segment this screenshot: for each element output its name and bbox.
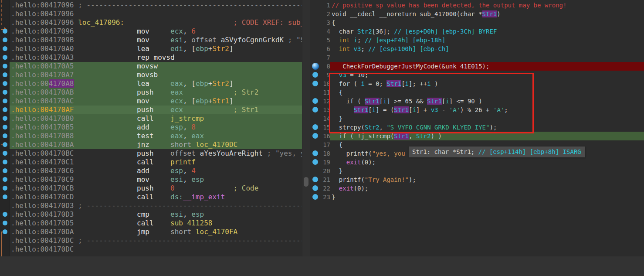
pseudocode-line[interactable]: 20 } — [310, 167, 644, 175]
disasm-line[interactable]: .hello:00417096 mov ecx, 6 — [10, 27, 302, 36]
pseudocode-line[interactable]: 21 printf("Try Again!"); — [310, 175, 644, 184]
disassembly-pane[interactable]: .hello:00417096 ; ----------------------… — [0, 0, 302, 256]
vertical-scrollbar[interactable] — [302, 0, 310, 276]
disasm-line[interactable]: .hello:004170B0 call j_strcmp — [10, 114, 302, 123]
pseudocode-line[interactable]: 4 char Str2[36]; // [esp+D0h] [ebp-3Ch] … — [310, 27, 644, 36]
breakpoint-dot[interactable] — [312, 177, 318, 182]
code-token: , — [183, 132, 191, 140]
disasm-line[interactable]: .hello:004170A7 movsb — [10, 71, 302, 79]
disasm-line[interactable]: .hello:004170AC mov ecx, [ebp+Str1] — [10, 97, 302, 106]
pseudocode-pane[interactable]: 1// positive sp value has been detected,… — [310, 0, 644, 256]
breakpoint-dot[interactable] — [312, 185, 318, 191]
breakpoint-dot[interactable] — [312, 194, 318, 200]
pseudocode-line[interactable]: 14 } — [310, 114, 644, 123]
breakpoint-dot[interactable] — [3, 81, 7, 86]
disasm-line[interactable]: .hello:004170D3 cmp esi, esp — [10, 210, 302, 219]
disasm-line[interactable]: .hello:004170D3 ; ----------------------… — [10, 201, 302, 210]
pseudocode-line[interactable]: 7 — [310, 53, 644, 62]
disasm-line[interactable]: .hello:00417096 loc_417096: ; CODE XREF:… — [10, 18, 302, 27]
pseudocode-line[interactable]: 1// positive sp value has been detected,… — [310, 1, 644, 10]
disasm-line[interactable]: .hello:004170C9 mov esi, esp — [10, 175, 302, 184]
disasm-line[interactable]: .hello:004170CD call ds:__imp_exit — [10, 193, 302, 201]
disasm-line[interactable]: .hello:004170AF push ecx ; Str1 — [10, 106, 302, 114]
pseudocode-line[interactable]: 8 _CheckForDebuggerJustMyCode(&unk_41E01… — [310, 62, 644, 71]
pseudocode-line[interactable]: 15 strcpy(Str2, "S_VYFO_CGNN_GRKD_KLYED_… — [310, 123, 644, 132]
code-token: lea — [137, 44, 149, 53]
pseudocode-line[interactable]: 16 if ( !j_strcmp(Str1, Str2) ) — [310, 132, 644, 140]
code-token: mov — [137, 175, 149, 184]
code-token: } — [332, 194, 335, 201]
pseudocode-line[interactable]: 13 Str1[i] = (Str1[i] + v3 - 'A') % 26 +… — [310, 106, 644, 114]
code-token: call — [137, 193, 154, 201]
pseudocode-line[interactable]: 5 int i; // [esp+F4h] [ebp-18h] — [310, 36, 644, 44]
breakpoint-dot[interactable] — [312, 133, 318, 139]
pseudocode-line[interactable]: 6 int v3; // [esp+100h] [ebp-Ch] — [310, 44, 644, 53]
breakpoint-dot[interactable] — [312, 159, 318, 165]
breakpoint-dot[interactable] — [312, 81, 318, 86]
disasm-line[interactable]: .hello:004170DC — [10, 245, 302, 254]
current-line-marker[interactable] — [312, 63, 319, 70]
breakpoint-gutter[interactable] — [0, 0, 10, 256]
breakpoint-dot[interactable] — [3, 29, 7, 34]
breakpoint-dot[interactable] — [3, 186, 7, 191]
pseudocode-line[interactable]: 23} — [310, 193, 644, 201]
breakpoint-dot[interactable] — [312, 124, 318, 130]
pseudocode-line[interactable]: 9 v3 = 10; — [310, 71, 644, 79]
breakpoint-dot[interactable] — [3, 46, 7, 51]
disasm-line[interactable]: .hello:004170B5 add esp, 8 — [10, 123, 302, 132]
breakpoint-dot[interactable] — [3, 151, 7, 156]
disasm-line[interactable]: .hello:0041709B mov esi, offset aSVyfoCg… — [10, 36, 302, 44]
breakpoint-dot[interactable] — [312, 150, 318, 156]
breakpoint-dot[interactable] — [3, 160, 7, 164]
pseudocode-line[interactable]: 11 { — [310, 88, 644, 97]
breakpoint-dot[interactable] — [3, 99, 7, 103]
line-number: 3 — [310, 18, 330, 27]
breakpoint-dot[interactable] — [3, 37, 7, 42]
disasm-line[interactable]: .hello:004170CB push 0 ; Code — [10, 184, 302, 193]
breakpoint-dot[interactable] — [3, 177, 7, 182]
breakpoint-dot[interactable] — [312, 72, 318, 78]
breakpoint-dot[interactable] — [3, 64, 7, 68]
breakpoint-dot[interactable] — [3, 221, 7, 225]
disasm-line[interactable]: .hello:004170A3 rep movsd — [10, 53, 302, 62]
breakpoint-dot[interactable] — [3, 133, 7, 138]
pseudocode-line[interactable]: 3{ — [310, 18, 644, 27]
breakpoint-dot[interactable] — [3, 212, 7, 217]
breakpoint-dot[interactable] — [3, 107, 7, 112]
code-token: "Try Again!" — [365, 176, 409, 183]
breakpoint-dot[interactable] — [312, 98, 318, 104]
breakpoint-dot[interactable] — [3, 72, 7, 77]
breakpoint-dot[interactable] — [3, 55, 7, 60]
code-token: mov — [137, 27, 149, 35]
pseudocode-line[interactable]: 2void __cdecl __noreturn sub_417000(char… — [310, 10, 644, 18]
code-token: [ — [380, 98, 383, 105]
breakpoint-dot[interactable] — [3, 142, 7, 147]
disasm-line[interactable]: .hello:004170C6 add esp, 4 — [10, 167, 302, 175]
breakpoint-dot[interactable] — [3, 90, 7, 95]
breakpoint-dot[interactable] — [3, 229, 7, 234]
disasm-line[interactable]: .hello:004170AB push eax ; Str2 — [10, 88, 302, 97]
line-number: 1 — [310, 1, 330, 10]
disasm-line[interactable]: .hello:004170D5 call sub_411258 — [10, 219, 302, 228]
pseudocode-line[interactable]: 10 for ( i = 0; Str1[i]; ++i ) — [310, 79, 644, 88]
disasm-line[interactable]: .hello:004170DA jmp short loc_4170FA — [10, 228, 302, 236]
pseudocode-line[interactable]: 22 exit(0); — [310, 184, 644, 193]
disasm-line[interactable]: .hello:004170A5 movsw — [10, 62, 302, 71]
disasm-line[interactable]: .hello:004170DC ; ----------------------… — [10, 236, 302, 245]
pseudocode-line[interactable]: 12 if ( Str1[i] >= 65 && Str1[i] <= 90 ) — [310, 97, 644, 106]
disasm-line[interactable]: .hello:00417096 ; ----------------------… — [10, 1, 302, 10]
disasm-line[interactable]: .hello:004170B8 test eax, eax — [10, 132, 302, 140]
breakpoint-dot[interactable] — [3, 125, 7, 129]
disasm-line[interactable]: .hello:004170C1 call printf — [10, 158, 302, 167]
disasm-line[interactable]: .hello:004170A8 lea eax, [ebp+Str2] — [10, 79, 302, 88]
pseudocode-line[interactable]: 19 exit(0); — [310, 158, 644, 167]
disasm-line[interactable]: .hello:004170BA jnz short loc_4170DC — [10, 140, 302, 149]
disasm-line[interactable]: .hello:004170BC push offset aYesYouAreRi… — [10, 149, 302, 158]
disasm-line[interactable]: .hello:004170A0 lea edi, [ebp+Str2] — [10, 44, 302, 53]
breakpoint-dot[interactable] — [3, 116, 7, 121]
breakpoint-dot[interactable] — [3, 194, 7, 199]
breakpoint-dot[interactable] — [312, 107, 318, 112]
vertical-scrollbar-thumb[interactable] — [304, 177, 308, 187]
disasm-line[interactable]: .hello:00417096 — [10, 10, 302, 18]
breakpoint-dot[interactable] — [3, 168, 7, 173]
